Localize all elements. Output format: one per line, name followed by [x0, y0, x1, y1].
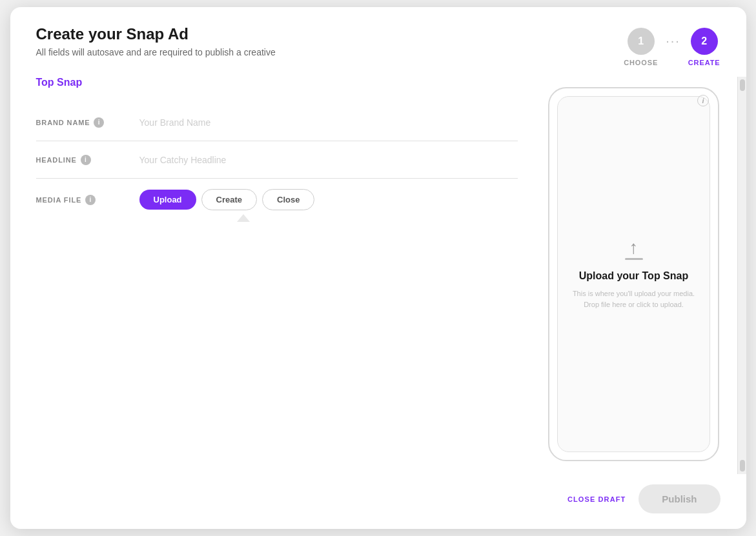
step-label-create: CREATE [688, 59, 720, 66]
modal-body: Top Snap BRAND NAME i HEADLINE i [10, 77, 746, 474]
modal-footer: CLOSE DRAFT Publish [10, 474, 746, 529]
media-file-field: MEDIA FILE i Upload Create Close [36, 179, 518, 221]
media-file-label: MEDIA FILE i [36, 195, 139, 205]
create-button[interactable]: Create [201, 189, 257, 210]
scrollbar-thumb-top [740, 79, 745, 91]
modal-header: Create your Snap Ad All fields will auto… [10, 7, 746, 77]
upload-line [625, 258, 643, 260]
dropdown-arrow [237, 214, 250, 222]
phone-mockup: i ↑ Upload your Top Snap This is where y… [548, 87, 719, 461]
phone-inner: ↑ Upload your Top Snap This is where you… [557, 96, 710, 452]
brand-name-label: BRAND NAME i [36, 117, 139, 128]
header-left: Create your Snap Ad All fields will auto… [36, 25, 276, 57]
page-subtitle: All fields will autosave and are require… [36, 47, 276, 57]
headline-label: HEADLINE i [36, 155, 139, 165]
close-draft-button[interactable]: CLOSE DRAFT [567, 495, 626, 503]
section-title: Top Snap [36, 77, 518, 88]
modal-container: Create your Snap Ad All fields will auto… [10, 7, 746, 529]
headline-input[interactable] [139, 152, 518, 168]
step-choose: 1 CHOOSE [624, 28, 658, 66]
brand-name-field: BRAND NAME i [36, 104, 518, 141]
publish-button[interactable]: Publish [639, 484, 720, 513]
step-separator: ··· [666, 34, 680, 61]
step-label-choose: CHOOSE [624, 59, 658, 66]
scrollbar-thumb-bottom [740, 460, 745, 471]
phone-info-icon[interactable]: i [697, 95, 709, 106]
media-file-info-icon[interactable]: i [85, 195, 96, 205]
right-scrollbar[interactable] [737, 77, 746, 474]
headline-field: HEADLINE i [36, 141, 518, 179]
form-panel: Top Snap BRAND NAME i HEADLINE i [10, 77, 544, 474]
step-circle-create: 2 [691, 28, 718, 55]
step-circle-choose: 1 [628, 28, 655, 55]
media-file-buttons: Upload Create Close [139, 189, 315, 210]
brand-name-info-icon[interactable]: i [94, 117, 104, 128]
close-media-button[interactable]: Close [262, 189, 314, 210]
upload-title: Upload your Top Snap [579, 270, 688, 282]
header-right: 1 CHOOSE ··· 2 CREATE [624, 25, 720, 66]
headline-info-icon[interactable]: i [81, 155, 91, 165]
upload-arrow-icon: ↑ [629, 239, 639, 257]
step-create: 2 CREATE [688, 28, 720, 66]
upload-button[interactable]: Upload [139, 190, 196, 210]
preview-panel: i ↑ Upload your Top Snap This is where y… [544, 77, 737, 474]
upload-subtitle: This is where you'll upload your media. … [571, 288, 697, 310]
upload-icon-area: ↑ [625, 239, 643, 260]
page-title: Create your Snap Ad [36, 25, 276, 43]
brand-name-input[interactable] [139, 115, 518, 130]
